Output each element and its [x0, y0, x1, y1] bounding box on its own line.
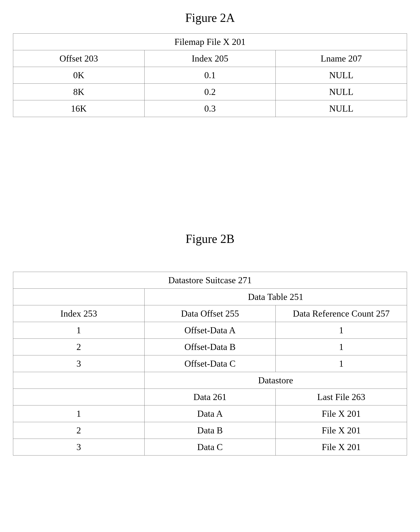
cell: Offset-Data A [144, 322, 276, 339]
cell: 1 [13, 322, 145, 339]
cell: 3 [13, 439, 145, 456]
cell: 0K [13, 67, 145, 84]
cell: File X 201 [276, 439, 407, 456]
cell: 1 [13, 405, 145, 422]
table-row: 1 Data A File X 201 [13, 405, 407, 422]
table-row: 0K 0.1 NULL [13, 67, 407, 84]
filemap-table: Filemap File X 201 Offset 203 Index 205 … [13, 33, 407, 117]
cell: NULL [276, 100, 407, 117]
table-row: 3 Offset-Data C 1 [13, 355, 407, 372]
cell: 0.2 [144, 84, 276, 100]
table-row: 2 Offset-Data B 1 [13, 339, 407, 355]
filemap-header-lname: Lname 207 [276, 50, 407, 67]
table-row: 8K 0.2 NULL [13, 84, 407, 100]
cell: Data B [144, 422, 276, 439]
header-last-file: Last File 263 [276, 389, 407, 405]
cell: NULL [276, 84, 407, 100]
header-data: Data 261 [144, 389, 276, 405]
table-row: 3 Data C File X 201 [13, 439, 407, 456]
cell: Offset-Data C [144, 355, 276, 372]
cell: 16K [13, 100, 145, 117]
empty-cell [13, 289, 145, 305]
cell: 2 [13, 339, 145, 355]
data-table-section-title: Data Table 251 [144, 289, 407, 305]
figure-2b-title: Figure 2B [13, 232, 407, 246]
cell: File X 201 [276, 405, 407, 422]
header-data-ref-count: Data Reference Count 257 [276, 305, 407, 322]
empty-cell [13, 372, 145, 389]
cell: File X 201 [276, 422, 407, 439]
cell: 0.1 [144, 67, 276, 84]
cell: 1 [276, 322, 407, 339]
table-row: 1 Offset-Data A 1 [13, 322, 407, 339]
cell: Data C [144, 439, 276, 456]
table-row: 16K 0.3 NULL [13, 100, 407, 117]
cell: 2 [13, 422, 145, 439]
cell: NULL [276, 67, 407, 84]
cell: 1 [276, 339, 407, 355]
header-data-offset: Data Offset 255 [144, 305, 276, 322]
cell: 3 [13, 355, 145, 372]
table-row: 2 Data B File X 201 [13, 422, 407, 439]
datastore-table-title: Datastore Suitcase 271 [13, 272, 407, 289]
cell: Data A [144, 405, 276, 422]
empty-cell [13, 389, 145, 405]
cell: 8K [13, 84, 145, 100]
filemap-table-title: Filemap File X 201 [13, 34, 407, 50]
header-index: Index 253 [13, 305, 145, 322]
filemap-header-offset: Offset 203 [13, 50, 145, 67]
figure-2a-title: Figure 2A [13, 11, 407, 25]
datastore-section-title: Datastore [144, 372, 407, 389]
cell: 0.3 [144, 100, 276, 117]
filemap-header-index: Index 205 [144, 50, 276, 67]
cell: Offset-Data B [144, 339, 276, 355]
datastore-table: Datastore Suitcase 271 Data Table 251 In… [13, 272, 407, 456]
cell: 1 [276, 355, 407, 372]
